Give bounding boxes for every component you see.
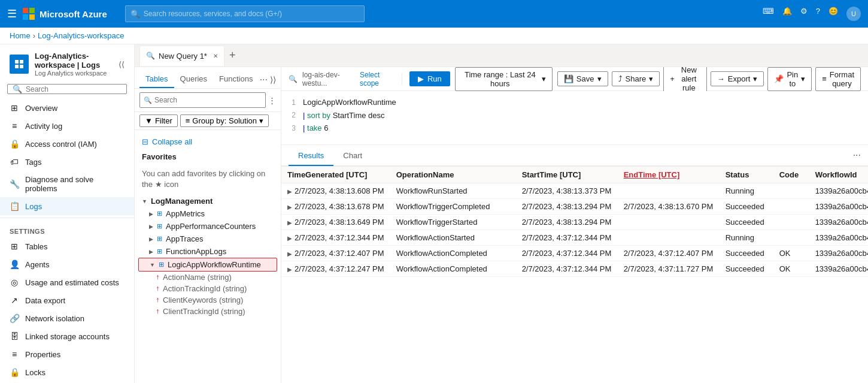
global-search[interactable]: 🔍 Search resources, services, and docs (…	[125, 5, 365, 22]
col-starttime[interactable]: StartTime [UTC]	[516, 167, 618, 183]
group-by-button[interactable]: ≡ Group by: Solution ▾	[180, 114, 269, 127]
collapse-panel-icon[interactable]: ⟩⟩	[270, 75, 276, 85]
feedback-icon[interactable]: 😊	[828, 7, 838, 21]
time-range-button[interactable]: Time range : Last 24 hours ▾	[455, 67, 553, 91]
editor-results-area: 🔍 log-ais-dev-westu... Select scope ▶ Ru…	[281, 67, 868, 383]
table-item-appmetrics[interactable]: ▶ ⊞ AppMetrics	[135, 207, 281, 220]
user-avatar[interactable]: U	[846, 7, 861, 21]
breadcrumb-workspace[interactable]: Log-Analytics-workspace	[38, 31, 125, 40]
share-button[interactable]: ⤴ Share ▾	[612, 71, 660, 86]
col-workflowid[interactable]: WorkflowId	[809, 167, 868, 183]
brand-logo: Microsoft Azure	[23, 8, 107, 20]
save-button[interactable]: 💾 Save ▾	[557, 71, 608, 86]
col-timegenerated[interactable]: TimeGenerated [UTC]	[281, 167, 390, 183]
line-number: 1	[281, 97, 303, 108]
tab-results[interactable]: Results	[289, 146, 333, 166]
cell-workflowid: 1339a26a00cb4cfdbd1b06ea4fcfbd43	[809, 261, 868, 277]
sidebar-nav-item-logs[interactable]: 📋 Logs	[0, 197, 134, 215]
left-panel-search-box[interactable]: 🔍	[139, 92, 266, 108]
pin-to-button[interactable]: 📌 Pin to ▾	[767, 67, 812, 91]
table-item-functionapplogs[interactable]: ▶ ⊞ FunctionAppLogs	[135, 245, 281, 258]
col-operationname[interactable]: OperationName	[390, 167, 516, 183]
sidebar-search-input[interactable]	[26, 85, 122, 94]
chevron-down-icon: ▾	[649, 74, 653, 83]
run-button[interactable]: ▶ Run	[409, 71, 450, 86]
sidebar-nav-item-diagnose[interactable]: 🔧 Diagnose and solve problems	[0, 171, 134, 197]
table-item-apptraces[interactable]: ▶ ⊞ AppTraces	[135, 233, 281, 245]
table-header: TimeGenerated [UTC] OperationName StartT…	[281, 167, 868, 183]
sidebar-nav-item-iam[interactable]: 🔒 Access control (IAM)	[0, 135, 134, 153]
tab-queries[interactable]: Queries	[174, 71, 214, 88]
col-endtime[interactable]: EndTime [UTC]	[618, 167, 720, 183]
sidebar-title-area: Log-Analytics-workspace | Logs Log Analy…	[35, 52, 113, 77]
help-icon[interactable]: ?	[816, 7, 820, 21]
cell-operationname: WorkflowActionCompleted	[390, 246, 516, 261]
group-icon: ≡	[186, 116, 190, 125]
hamburger-menu-icon[interactable]: ☰	[7, 7, 17, 20]
field-clienttracking[interactable]: † ClientTrackingId (string)	[135, 306, 281, 317]
notification-icon[interactable]: 🔔	[782, 7, 792, 21]
sidebar-nav-item-tags[interactable]: 🏷 Tags	[0, 153, 134, 171]
sidebar-nav-item-overview[interactable]: ⊞ Overview	[0, 99, 134, 117]
breadcrumb: Home › Log-Analytics-workspace	[0, 28, 868, 44]
tab-chart[interactable]: Chart	[333, 146, 372, 166]
svg-rect-0	[23, 8, 28, 13]
logs-icon: 📋	[10, 201, 19, 211]
brand-name: Microsoft Azure	[40, 9, 107, 19]
sidebar-nav-item-locks[interactable]: 🔒 Locks	[0, 363, 134, 381]
table-row: ▶2/7/2023, 4:38:13.678 PM WorkflowTrigge…	[281, 199, 868, 215]
left-panel-search-input[interactable]	[154, 96, 262, 104]
table-body: ▶2/7/2023, 4:38:13.608 PM WorkflowRunSta…	[281, 183, 868, 277]
editor-line-1: 1 LogicAppWorkflowRuntime	[281, 96, 868, 109]
sidebar-nav-item-tables[interactable]: ⊞ Tables	[0, 237, 134, 255]
sidebar-nav-item-network[interactable]: 🔗 Network isolation	[0, 309, 134, 327]
settings-icon[interactable]: ⚙	[800, 7, 808, 21]
sidebar-nav-item-agents[interactable]: 👤 Agents	[0, 255, 134, 273]
favorites-section-header: Favorites	[135, 149, 281, 165]
query-tab[interactable]: 🔍 New Query 1* ✕	[139, 46, 224, 66]
cell-status: Succeeded	[720, 215, 773, 230]
sidebar-nav-item-properties[interactable]: ≡ Properties	[0, 345, 134, 363]
collapse-sidebar-icon[interactable]: ⟨⟨	[119, 60, 125, 69]
sidebar-nav-item-storage[interactable]: 🗄 Linked storage accounts	[0, 327, 134, 345]
expand-icon: ▶	[149, 211, 153, 217]
field-actionname[interactable]: † ActionName (string)	[135, 272, 281, 283]
expand-icon: ▶	[149, 249, 153, 255]
query-editor[interactable]: 1 LogicAppWorkflowRuntime 2 | sort by St…	[281, 91, 868, 145]
more-tabs-icon[interactable]: ···	[260, 74, 268, 85]
select-scope-link[interactable]: Select scope	[360, 71, 394, 88]
table-icon: ⊞	[157, 210, 162, 218]
sidebar-item-label: Access control (IAM)	[25, 140, 97, 149]
results-more-button[interactable]: ···	[853, 150, 861, 161]
new-tab-button[interactable]: +	[226, 49, 239, 62]
table-item-appperformance[interactable]: ▶ ⊞ AppPerformanceCounters	[135, 220, 281, 233]
cell-workflowid: 1339a26a00cb4cfdbd1b06ea4fcfbd43	[809, 230, 868, 246]
log-management-header[interactable]: ▼ LogManagement	[135, 195, 281, 207]
col-code[interactable]: Code	[773, 167, 809, 183]
breadcrumb-home[interactable]: Home	[10, 31, 31, 40]
search-options-icon[interactable]: ⋮	[268, 96, 276, 105]
left-panel-toolbar: 🔍 ⋮	[135, 89, 281, 112]
chevron-down-icon: ▾	[597, 74, 602, 83]
agents-icon: 👤	[10, 260, 19, 269]
table-item-logicapp[interactable]: ▼ ⊞ LogicAppWorkflowRuntime	[138, 258, 277, 272]
cell-starttime: 2/7/2023, 4:37:12.344 PM	[516, 230, 618, 246]
sidebar-nav-item-activitylog[interactable]: ≡ Activity log	[0, 117, 134, 135]
tab-close-button[interactable]: ✕	[213, 53, 218, 59]
cell-operationname: WorkflowActionCompleted	[390, 261, 516, 277]
line-code: | take 6	[303, 122, 328, 134]
tab-tables[interactable]: Tables	[139, 71, 174, 88]
field-actiontracking[interactable]: † ActionTrackingId (string)	[135, 283, 281, 294]
sidebar-search-box[interactable]: 🔍	[7, 84, 127, 94]
cloud-shell-icon[interactable]: ⌨	[763, 7, 774, 21]
filter-button[interactable]: ▼ Filter	[139, 114, 178, 127]
format-query-button[interactable]: ≡ Format query	[815, 67, 861, 91]
export-button[interactable]: → Export ▾	[711, 71, 764, 86]
tab-functions[interactable]: Functions	[213, 71, 259, 88]
sidebar-nav-item-usage[interactable]: ◎ Usage and estimated costs	[0, 273, 134, 291]
field-clientkeywords[interactable]: † ClientKeywords (string)	[135, 294, 281, 306]
collapse-all-button[interactable]: ⊟ Collapse all	[135, 135, 281, 149]
col-status[interactable]: Status	[720, 167, 773, 183]
sidebar-search-icon: 🔍	[13, 85, 22, 94]
sidebar-nav-item-export[interactable]: ↗ Data export	[0, 291, 134, 309]
